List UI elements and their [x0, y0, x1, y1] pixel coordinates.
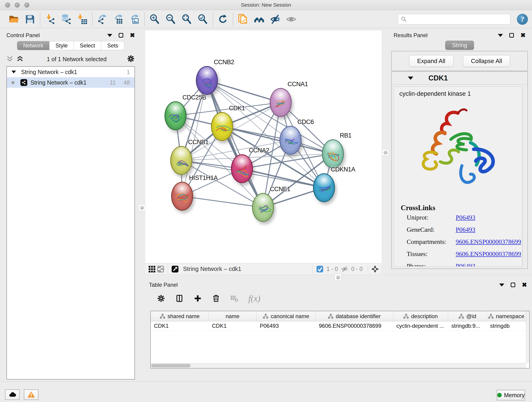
scrollbar-thumb[interactable] [151, 364, 191, 367]
node-CDC6[interactable] [279, 126, 302, 155]
warning-button[interactable] [24, 389, 38, 400]
panel-float-icon[interactable] [511, 283, 515, 287]
node-RB1[interactable] [322, 139, 344, 168]
column-header-namespace[interactable]: namespace [487, 311, 526, 321]
node-CCNE1[interactable] [252, 193, 274, 222]
node-CCNB1[interactable] [170, 146, 192, 175]
network-canvas[interactable]: CCNB2CCNA1CDC25BCDK1CDC6RB1CCNB1CCNA2CDK… [145, 31, 382, 263]
tab-network[interactable]: Network [17, 41, 50, 50]
node-CCNB2[interactable] [196, 66, 218, 95]
left-splitter-grip[interactable] [138, 204, 145, 211]
column-header-canonical-name[interactable]: canonical name [257, 311, 316, 321]
results-scrollbar[interactable] [522, 86, 526, 267]
network-options-gear-icon[interactable] [127, 55, 135, 64]
hidden-eye-icon[interactable] [340, 265, 349, 274]
export-table-button[interactable] [112, 13, 125, 26]
expand-all-icon[interactable] [17, 56, 23, 63]
results-entry-header[interactable]: CDK1 [392, 72, 527, 85]
network-row[interactable]: String Network – cdk1 11 48 [7, 77, 134, 88]
zoom-in-button[interactable] [148, 13, 161, 26]
node-CDC25B[interactable] [165, 101, 186, 130]
edge-CCNB2-CCNE1[interactable] [207, 80, 263, 207]
panel-menu-icon[interactable] [498, 34, 503, 37]
table-row[interactable]: CDK1CDK1P064939606.ENSP00000378699cyclin… [151, 321, 529, 331]
export-network-button[interactable] [96, 13, 109, 26]
center-view-icon[interactable] [371, 265, 380, 274]
tab-style[interactable]: Style [50, 41, 74, 50]
crosslink-value[interactable]: 9606.ENSP00000378699 [456, 250, 521, 258]
show-all-button[interactable] [285, 13, 298, 26]
refresh-network-button[interactable] [217, 13, 229, 26]
right-splitter-grip[interactable] [382, 149, 389, 156]
home-view-button[interactable] [253, 13, 265, 26]
selected-checkbox-icon[interactable] [316, 265, 324, 274]
table-cell[interactable]: 9606.ENSP00000378699 [316, 321, 393, 331]
table-cell[interactable]: P06493 [257, 321, 316, 331]
node-CCNA2[interactable] [231, 154, 253, 183]
close-window-icon[interactable] [5, 2, 10, 7]
export-image-button[interactable] [128, 13, 141, 26]
collapse-all-icon[interactable] [6, 56, 13, 63]
entry-expander-icon[interactable] [408, 77, 413, 80]
import-table-file-button[interactable] [76, 13, 89, 26]
network-collection-row[interactable]: String Network – cdk1 1 [7, 67, 134, 77]
panel-float-icon[interactable] [509, 33, 514, 38]
grid-view-icon[interactable] [147, 265, 156, 274]
table-cell[interactable]: CDK1 [209, 321, 257, 331]
panel-close-icon[interactable]: ✖ [520, 32, 526, 38]
help-button[interactable]: ? [517, 14, 528, 25]
delete-rows-button[interactable] [210, 293, 222, 304]
horizontal-splitter-grip[interactable] [335, 274, 341, 281]
memory-button[interactable]: Memory [497, 390, 525, 400]
crosslink-value[interactable]: P06493 [456, 214, 475, 221]
edge-CCNB2-CCNA1[interactable] [207, 80, 281, 102]
cloud-button[interactable] [5, 389, 20, 400]
zoom-out-button[interactable] [165, 13, 177, 26]
tab-select[interactable]: Select [74, 41, 101, 50]
network-view-icon[interactable] [156, 265, 165, 274]
panel-close-icon[interactable]: ✖ [522, 282, 527, 288]
edge-HIST1H1A-CCNE1[interactable] [182, 196, 263, 207]
panel-menu-icon[interactable] [499, 283, 504, 287]
table-horizontal-scrollbar[interactable] [151, 363, 526, 368]
table-cell[interactable]: stringdb:9... [448, 321, 487, 331]
tab-string[interactable]: String [445, 41, 474, 50]
table-cell[interactable]: stringdb [487, 321, 526, 331]
search-box[interactable] [398, 14, 510, 25]
crosslink-value[interactable]: P06493 [456, 226, 475, 233]
column-split-button[interactable] [174, 293, 185, 304]
node-CDK1[interactable] [211, 112, 233, 141]
crosslink-value[interactable]: 9606.ENSP00000378699 [456, 238, 521, 245]
collection-expander-icon[interactable] [12, 70, 16, 73]
collapse-all-button[interactable]: Collapse All [463, 55, 510, 67]
column-header-description[interactable]: description [393, 311, 448, 321]
zoom-fit-button[interactable] [181, 13, 193, 26]
expand-all-button[interactable]: Expand All [409, 55, 453, 67]
table-vertical-scrollbar[interactable] [526, 311, 529, 363]
panel-menu-icon[interactable] [107, 34, 112, 37]
tab-sets[interactable]: Sets [101, 41, 124, 50]
column-header--id[interactable]: @id [448, 311, 487, 321]
crosslink-value[interactable]: P06493 [456, 262, 475, 267]
panel-close-icon[interactable]: ✖ [130, 32, 135, 38]
edge-CCNA2-CDKN1A[interactable] [242, 169, 324, 188]
open-file-button[interactable] [8, 13, 20, 26]
hide-selected-button[interactable] [269, 13, 281, 26]
column-header-name[interactable]: name [209, 311, 257, 321]
save-session-button[interactable] [24, 13, 36, 26]
import-network-file-button[interactable] [44, 13, 56, 26]
panel-float-icon[interactable] [119, 33, 123, 38]
minimize-window-icon[interactable] [15, 2, 20, 7]
table-cell[interactable]: CDK1 [151, 321, 209, 331]
node-HIST1H1A[interactable] [171, 182, 193, 211]
zoom-window-icon[interactable] [24, 2, 29, 7]
network-from-selection-button[interactable] [237, 13, 249, 26]
node-CDKN1A[interactable] [313, 173, 335, 202]
import-network-database-button[interactable] [60, 13, 72, 26]
search-input[interactable] [409, 16, 507, 23]
add-column-button[interactable] [192, 293, 203, 304]
table-settings-button[interactable] [155, 293, 167, 304]
table-cell[interactable]: cyclin-dependent ... [393, 321, 448, 331]
birds-eye-view-icon[interactable] [171, 265, 179, 274]
zoom-selected-button[interactable] [196, 13, 209, 26]
